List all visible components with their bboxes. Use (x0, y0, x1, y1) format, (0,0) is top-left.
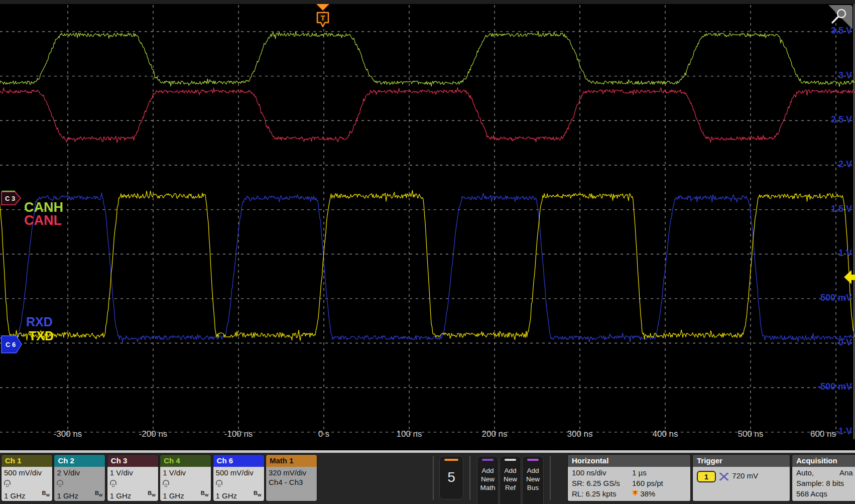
trigger-source-chip[interactable]: 1 (697, 471, 716, 482)
channel-scale: 1 V/div (110, 468, 156, 477)
channel-badge-title: Ch 1 (2, 455, 52, 467)
horizontal-scale: 100 ns/div (572, 468, 606, 477)
button-label-line: Add (500, 466, 521, 475)
waveform-display[interactable]: -300 ns-200 ns-100 ns0 s100 ns200 ns300 … (0, 0, 855, 453)
acquisition-sample-bits: Sample: 8 bits (796, 479, 844, 487)
probe-icon (110, 480, 116, 485)
channel-marker-c6[interactable]: C 6 (2, 336, 22, 353)
channel-scale: 2 V/div (57, 468, 102, 477)
trigger-position-marker[interactable]: T (316, 4, 329, 27)
oscilloscope-screen: { "plot": { "trace_labels": { "canh": "C… (0, 0, 855, 504)
math-source: Ch4 - Ch3 (269, 477, 314, 487)
trigger-position-row: T 38% (632, 489, 655, 498)
sample-period: 160 ps/pt (632, 479, 663, 487)
probe-icon (4, 480, 11, 485)
horizontal-duration: 1 µs (632, 468, 647, 477)
acquisition-panel-title: Acquisition (792, 455, 855, 467)
voltage-axis-label: 1.5 V (831, 204, 852, 214)
trigger-panel-title: Trigger (693, 455, 790, 467)
voltage-axis-label: 3 V (838, 70, 852, 80)
scroll-badge-5[interactable]: 5 (439, 456, 463, 499)
channel-badge-title: Ch 6 (213, 455, 264, 467)
acquisition-panel[interactable]: Acquisition Auto, Ana Sample: 8 bits 568… (792, 455, 855, 501)
channel-badge-title: Math 1 (266, 455, 317, 467)
channel-badge-math1[interactable]: Math 1320 mV/divCh4 - Ch3 (266, 455, 317, 501)
accent-bar (482, 459, 494, 461)
separator (433, 456, 434, 500)
trace-canh (0, 32, 855, 87)
accent-bar (505, 459, 516, 461)
horizontal-panel[interactable]: Horizontal 100 ns/div 1 µs SR: 6.25 GS/s… (568, 455, 690, 501)
channel-scale: 500 mV/div (216, 468, 262, 477)
trace-canl (0, 88, 855, 143)
acquisition-mode-extra: Ana (839, 468, 853, 477)
voltage-axis-label: 500 mV (820, 293, 852, 303)
button-label-line: Add (477, 466, 498, 475)
time-axis-label: 200 ns (481, 429, 507, 439)
button-label-line: Bus (523, 483, 543, 492)
channel-badge-ch3[interactable]: Ch 31 V/div1 GHzBW (107, 455, 158, 501)
channel-scale: 1 V/div (163, 468, 208, 477)
settings-bar: Ch 1500 mV/div1 GHzBWCh 22 V/div1 GHzBWC… (0, 453, 855, 504)
channel-badge-body: 320 mV/divCh4 - Ch3 (266, 467, 317, 501)
time-axis-label: 100 ns (396, 429, 422, 439)
channel-badge-body: 500 mV/div1 GHzBW (2, 467, 52, 501)
button-label-line: Ref (500, 483, 521, 492)
trigger-position-percent: 38% (640, 489, 655, 498)
channel-badge-title: Ch 3 (107, 455, 158, 467)
time-axis-label: 400 ns (652, 429, 678, 439)
channel-bandwidth: 1 GHz (57, 491, 78, 500)
voltage-axis-label: -1 V (835, 426, 852, 436)
canl-label: CANL (24, 213, 62, 228)
bandwidth-limit-icon: BW (95, 488, 103, 500)
button-label-line: New (500, 475, 521, 483)
voltage-axis-label: 2.5 V (831, 114, 852, 124)
trigger-marker-label: T (320, 14, 325, 22)
channel-badge-body: 500 mV/div1 GHzBW (213, 467, 264, 501)
time-axis-label: -100 ns (224, 429, 253, 439)
voltage-axis-label: 3.5 V (831, 26, 852, 36)
channel-badge-ch6[interactable]: Ch 6500 mV/div1 GHzBW (213, 455, 264, 501)
channel-badge-title: Ch 2 (54, 455, 105, 467)
voltage-axis-label: 0 V (838, 337, 852, 347)
channel-scale: 320 mV/div (269, 468, 314, 477)
add-new-math-button[interactable]: AddNewMath (477, 456, 499, 504)
voltage-axis-label: 2 V (838, 159, 852, 169)
graticule (0, 5, 853, 436)
channel-bandwidth: 1 GHz (4, 491, 26, 500)
scroll-badge-count: 5 (440, 469, 463, 485)
trigger-level-arrow[interactable] (844, 270, 855, 284)
trigger-slope-icon (719, 472, 729, 481)
time-axis-label: -200 ns (139, 429, 168, 439)
trace-txd (0, 190, 855, 340)
probe-icon (57, 480, 63, 485)
separator (469, 456, 470, 500)
time-axis-label: 300 ns (567, 429, 592, 439)
time-axis-label: 0 s (318, 429, 330, 439)
bandwidth-limit-icon: BW (42, 488, 50, 500)
voltage-axis-label: 1 V (838, 248, 852, 258)
add-new-ref-button[interactable]: AddNewRef (500, 456, 521, 504)
add-new-bus-button[interactable]: AddNewBus (522, 456, 544, 504)
channel-marker-c6-label: C 6 (6, 341, 16, 348)
channel-badge-ch4[interactable]: Ch 41 V/div1 GHzBW (160, 455, 211, 501)
accent-bar (444, 459, 458, 461)
acquisition-mode: Auto, (796, 468, 814, 477)
acquisition-count: 568 Acqs (796, 489, 827, 498)
bandwidth-limit-icon: BW (254, 488, 262, 500)
channel-badge-ch1[interactable]: Ch 1500 mV/div1 GHzBW (2, 455, 52, 501)
time-axis-label: -300 ns (54, 429, 82, 439)
channel-badge-ch2[interactable]: Ch 22 V/div1 GHzBW (54, 455, 105, 501)
rxd-label: RXD (26, 315, 53, 329)
trigger-panel[interactable]: Trigger 1 720 mV (693, 455, 790, 501)
bandwidth-limit-icon: BW (201, 488, 209, 500)
probe-icon (163, 480, 169, 485)
channel-badge-title: Ch 4 (160, 455, 211, 467)
probe-icon (216, 480, 222, 485)
bandwidth-limit-icon: BW (148, 488, 156, 500)
channel-bandwidth: 1 GHz (110, 491, 132, 500)
channel-bandwidth: 1 GHz (163, 491, 184, 500)
channel-marker-c3[interactable]: C 3 (2, 191, 21, 205)
channel-badge-body: 1 V/div1 GHzBW (107, 467, 158, 501)
trigger-level-value: 720 mV (732, 471, 758, 480)
